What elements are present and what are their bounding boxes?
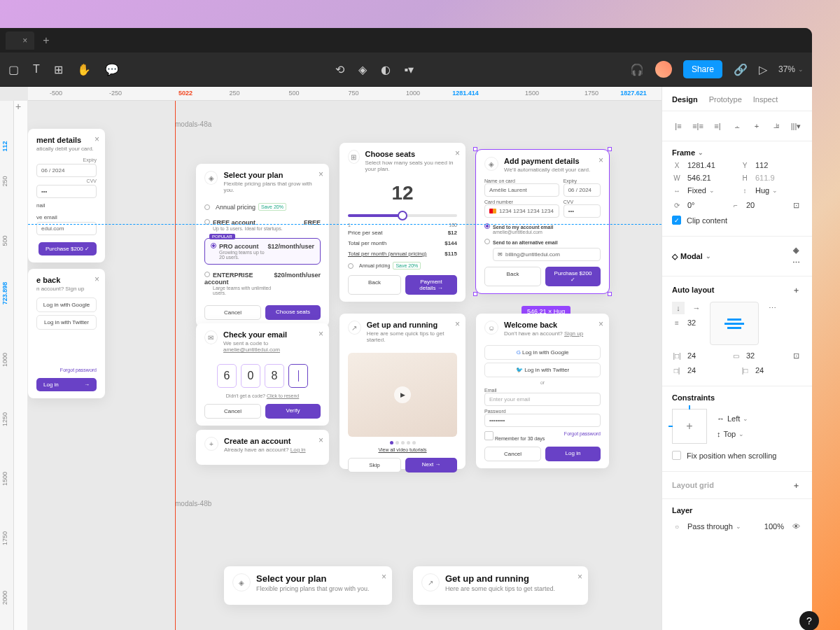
modal-choose-seats[interactable]: × ⊞ Choose seats Select how many seats y… — [340, 143, 465, 302]
user-avatar[interactable] — [655, 61, 672, 78]
components-tool-icon[interactable]: ⊞ — [54, 63, 63, 76]
expiry-input[interactable]: 06 / 2024 — [36, 164, 97, 177]
cancel-button[interactable]: Cancel — [204, 305, 261, 320]
modal-check-email[interactable]: × ✉ Check your email We sent a code to a… — [196, 323, 329, 426]
w-mode-dropdown[interactable]: Fixed ⌄ — [687, 186, 734, 195]
pagination-dot[interactable] — [390, 441, 393, 444]
forgot-password-link[interactable]: Forgot password — [564, 431, 601, 441]
component-icon[interactable]: ◈ — [358, 63, 367, 76]
align-v-center-icon[interactable]: + — [750, 120, 763, 132]
link-icon[interactable]: 🔗 — [734, 63, 748, 76]
close-icon[interactable]: × — [94, 134, 99, 144]
blend-mode-dropdown[interactable]: Pass through ⌄ — [687, 522, 748, 531]
canvas[interactable]: -500-250502225050075010001281.4141500175… — [0, 87, 662, 630]
close-icon[interactable]: × — [94, 274, 99, 284]
plan-option-pro[interactable]: POPULAR PRO accountGrowing teams up to 2… — [204, 238, 321, 265]
modal-get-up-b[interactable]: × ↗ Get up and running Here are some qui… — [413, 566, 588, 605]
google-login-button[interactable]: Log in with Google — [36, 298, 97, 312]
more-icon[interactable]: ⋯ — [766, 302, 778, 314]
boolean-icon[interactable]: ▪▾ — [405, 63, 414, 76]
cancel-button[interactable]: Cancel — [484, 447, 541, 461]
push-overrides-icon[interactable]: ◈ — [790, 244, 802, 256]
modal-select-plan[interactable]: × ◈ Select your plan Flexible pricing pl… — [196, 164, 329, 327]
cvv-input[interactable]: ••• — [36, 185, 97, 198]
text-tool-icon[interactable]: T — [33, 63, 40, 76]
direction-horizontal-icon[interactable]: → — [690, 302, 703, 314]
login-link[interactable]: Log in — [290, 447, 306, 453]
alignment-diagram[interactable] — [710, 302, 759, 345]
card-number-input[interactable]: 1234 1234 1234 1234 — [484, 204, 559, 218]
opacity-input[interactable]: 100% — [754, 522, 784, 531]
w-input[interactable]: 546.21 — [687, 174, 734, 182]
fix-position-checkbox[interactable] — [672, 451, 681, 460]
audio-icon[interactable]: 🎧 — [630, 63, 644, 76]
login-button[interactable]: Log in→ — [36, 378, 97, 391]
horizontal-guide[interactable] — [28, 224, 662, 225]
resend-link[interactable]: Click to resend — [267, 393, 299, 398]
padding-l-input[interactable]: 24 — [687, 366, 734, 374]
padding-h-input[interactable]: 24 — [687, 351, 725, 360]
purchase-button[interactable]: Purchase $200 ✓ — [38, 242, 97, 255]
new-tab-button[interactable]: + — [37, 34, 55, 47]
tab-design[interactable]: Design — [672, 95, 698, 111]
h-input[interactable]: 611.9 — [755, 174, 802, 182]
direction-vertical-icon[interactable]: ↓ — [672, 302, 685, 314]
pagination-dot[interactable] — [412, 441, 416, 444]
frame-tool-icon[interactable]: ▢ — [8, 63, 19, 76]
next-button[interactable]: Next → — [405, 458, 457, 472]
align-h-center-icon[interactable]: ≡|≡ — [692, 120, 704, 132]
signup-link[interactable]: Sign up — [564, 330, 583, 337]
close-icon[interactable]: × — [318, 329, 323, 339]
forgot-password-link[interactable]: Forgot password — [36, 368, 97, 372]
name-input[interactable]: Amélie Laurent — [484, 183, 559, 197]
share-button[interactable]: Share — [683, 60, 722, 78]
x-input[interactable]: 1281.41 — [687, 161, 734, 169]
zoom-dropdown[interactable]: 37%⌄ — [778, 64, 804, 74]
file-tab[interactable]: 1 × — [6, 31, 34, 50]
constraint-h-dropdown[interactable]: ↔ Left ⌄ — [717, 414, 748, 423]
add-button[interactable]: ＋ — [790, 284, 802, 296]
clip-content-checkbox[interactable]: ✓ — [672, 216, 681, 225]
play-icon[interactable]: ▶ — [394, 386, 411, 403]
modal-get-up[interactable]: × ↗ Get up and running Here are some qui… — [340, 314, 465, 469]
modal-add-payment[interactable]: × ◈ Add payment details We'll automatica… — [476, 150, 609, 293]
close-icon[interactable]: × — [598, 155, 603, 165]
seat-slider[interactable] — [348, 214, 457, 217]
alt-email-input[interactable]: ✉billing@untitledui.com — [493, 248, 601, 261]
video-thumbnail[interactable]: ▶ — [348, 353, 457, 437]
login-button[interactable]: Log in — [545, 447, 601, 461]
frame-type-dropdown[interactable]: Frame ⌄ — [672, 148, 704, 157]
code-digit[interactable] — [288, 364, 308, 388]
radio[interactable] — [484, 239, 490, 244]
y-input[interactable]: 112 — [755, 161, 802, 169]
close-icon[interactable]: × — [455, 148, 460, 158]
close-tab-icon[interactable]: × — [22, 36, 27, 46]
code-digit[interactable]: 0 — [241, 364, 260, 388]
twitter-login-button[interactable]: Log in with Twitter — [36, 315, 97, 330]
payment-details-button[interactable]: Payment details → — [405, 275, 457, 295]
google-login-button[interactable]: G Log in with Google — [484, 345, 601, 360]
radio[interactable] — [348, 263, 354, 269]
code-digit[interactable]: 6 — [217, 364, 237, 388]
mask-icon[interactable]: ◐ — [381, 63, 391, 76]
add-button[interactable]: ＋ — [790, 479, 802, 491]
choose-seats-button[interactable]: Choose seats — [265, 305, 321, 320]
tab-inspect[interactable]: Inspect — [753, 95, 778, 111]
purchase-button[interactable]: Purchase $200 ✓ — [545, 267, 601, 286]
distribute-icon[interactable]: |||▾ — [790, 120, 802, 132]
help-fab[interactable]: ? — [799, 611, 819, 630]
add-layer-icon[interactable]: + — [15, 101, 21, 112]
cvv-input[interactable]: ••• — [564, 204, 601, 218]
password-input[interactable]: •••••••• — [484, 414, 601, 427]
modal-welcome-peek[interactable]: × e back n account? Sign up Log in with … — [28, 269, 105, 398]
modal-select-plan-b[interactable]: × ◈ Select your plan Flexible pricing pl… — [224, 566, 392, 605]
visibility-icon[interactable]: 👁 — [790, 520, 802, 533]
back-button[interactable]: Back — [348, 275, 401, 295]
align-left-icon[interactable]: |≡ — [672, 120, 685, 132]
radius-input[interactable]: 20 — [746, 201, 784, 209]
close-icon[interactable]: × — [382, 572, 386, 582]
constraints-diagram[interactable] — [672, 409, 707, 444]
email-input[interactable]: Enter your email — [484, 393, 601, 406]
close-icon[interactable]: × — [578, 572, 582, 582]
back-button[interactable]: Back — [484, 267, 541, 286]
